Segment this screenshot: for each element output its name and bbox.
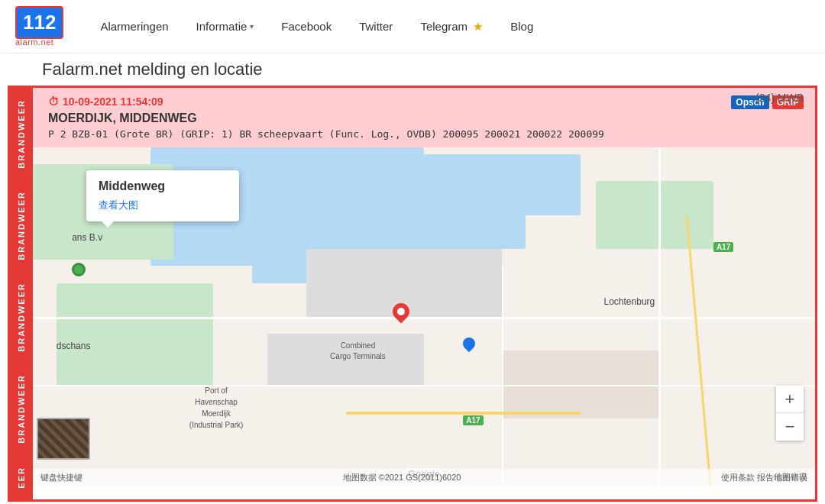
road-a17	[686, 215, 712, 486]
side-text-5: EER	[17, 467, 26, 489]
map-marker-red	[393, 303, 409, 320]
road-a17-h	[346, 412, 581, 415]
water-3	[424, 154, 581, 215]
alert-panel: ⏱ 10-09-2021 11:54:09 Opsch GRIP MOERDIJ…	[10, 88, 815, 147]
map-label-cargo: CombinedCargo Terminals	[330, 341, 386, 362]
alert-time: ⏱ 10-09-2021 11:54:09	[48, 95, 163, 108]
road-h2	[33, 385, 815, 386]
nav-facebook[interactable]: Facebook	[267, 20, 345, 33]
side-text-2: BRANDWEER	[17, 191, 26, 260]
popup-title: Middenweg	[99, 179, 227, 193]
nav-informatie[interactable]: Informatie ▾	[183, 20, 268, 33]
map-area: A17 A17 ans B.v dschans Lochtenburg Comb…	[33, 147, 815, 486]
sat-thumb-image	[38, 419, 89, 458]
road-v2	[502, 266, 503, 486]
nav-blog[interactable]: Blog	[497, 20, 547, 33]
clock-icon: ⏱	[48, 95, 59, 108]
map-footer: 键盘快捷键 地图数据 ©2021 GS(2011)6020 使用条款 报告地图错…	[33, 469, 815, 486]
nav-twitter[interactable]: Twitter	[345, 20, 406, 33]
footer-keyboard: 键盘快捷键	[40, 472, 82, 483]
dropdown-arrow-icon: ▾	[250, 22, 254, 31]
side-label: BRANDWEER BRANDWEER BRANDWEER BRANDWEER …	[10, 88, 33, 499]
alert-location: MOERDIJK, MIDDENWEG	[48, 111, 804, 125]
satellite-thumbnail[interactable]	[37, 418, 90, 460]
header: 112 alarm.net Alarmeringen Informatie ▾ …	[0, 0, 825, 53]
main-content: ⏱ 10-09-2021 11:54:09 Opsch GRIP MOERDIJ…	[8, 86, 817, 502]
green-2	[57, 283, 213, 385]
zoom-in-button[interactable]: +	[776, 386, 804, 413]
page-title: Falarm.net melding en locatie	[0, 53, 825, 86]
side-text-3: BRANDWEER	[17, 283, 26, 352]
road-badge-a17-1: A17	[713, 242, 733, 252]
popup-link[interactable]: 查看大图	[99, 199, 138, 211]
star-icon: ★	[473, 20, 483, 33]
nav-informatie-dropdown: Informatie ▾	[196, 20, 254, 33]
cn-watermark: 信德东霸	[774, 471, 807, 483]
map-label-lochtenburg: Lochtenburg	[604, 296, 655, 307]
map-label-ans: ans B.v	[72, 232, 102, 243]
zoom-controls: + −	[776, 386, 804, 441]
side-text-4: BRANDWEER	[17, 374, 26, 444]
map-label-port: Port ofHavenschapMoerdijk(Industrial Par…	[189, 385, 244, 431]
logo-area: 112 alarm.net	[15, 6, 63, 47]
marker-pin-red	[389, 300, 412, 324]
marker-pin-blue	[461, 334, 478, 352]
green-3	[596, 181, 713, 249]
main-nav: Alarmeringen Informatie ▾ Facebook Twitt…	[86, 20, 547, 34]
nav-telegram[interactable]: Telegram ★	[406, 20, 497, 34]
mwb-badge: (24) MWB	[755, 92, 804, 104]
nav-alarmeringen[interactable]: Alarmeringen	[86, 20, 182, 33]
map-popup: Middenweg 查看大图	[86, 170, 239, 221]
road-horizontal	[33, 317, 815, 319]
side-text-1: BRANDWEER	[17, 99, 26, 169]
map-marker-blue	[463, 338, 475, 350]
road-vertical	[658, 147, 661, 486]
footer-copyright: 地图数据 ©2021 GS(2011)6020	[343, 472, 461, 483]
road-badge-a17-2: A17	[463, 415, 483, 425]
map-background: A17 A17 ans B.v dschans Lochtenburg Comb…	[33, 147, 815, 486]
alert-detail: P 2 BZB-01 (Grote BR) (GRIP: 1) BR schee…	[48, 128, 804, 140]
map-label-dschans: dschans	[57, 341, 91, 351]
map-marker-green	[72, 263, 86, 276]
logo-number: 112	[15, 6, 63, 39]
zoom-out-button[interactable]: −	[776, 413, 804, 441]
